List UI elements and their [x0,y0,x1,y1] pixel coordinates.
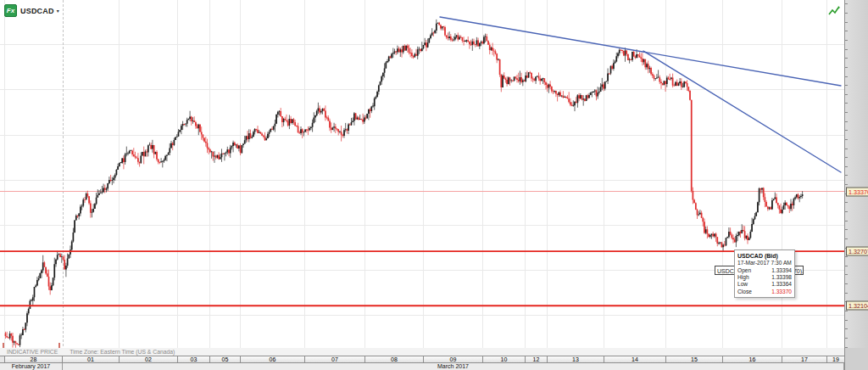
price-axis-tick [845,130,848,131]
tooltip-high-row: High1.33398 [737,274,792,281]
date-cell: 01 [62,356,119,362]
month-row: February 2017March 2017 [0,363,844,370]
fx-icon: Fx [4,4,17,17]
date-cell: 06 [240,356,304,362]
price-axis-tick [845,85,848,86]
price-axis-tick [845,238,848,239]
gridlines [0,0,844,348]
price-axis-tick [845,13,848,14]
price-axis-tick [845,76,848,77]
ohlc-tooltip: USDCAD (Bid) 17-Mar-2017 7:30 AM Open1.3… [734,249,795,298]
date-cell: 10 [482,356,525,362]
price-axis-tick [845,293,848,294]
tooltip-close-row: Close1.33370 [737,289,792,295]
tooltip-datetime: 17-Mar-2017 7:30 AM [737,260,792,266]
price-axis-tick [845,58,848,59]
price-axis-tick [845,22,848,23]
price-axis-tick [845,94,848,95]
date-cell: 08 [364,356,423,362]
tooltip-title: USDCAD (Bid) [737,252,792,260]
price-tag: 1.32707 [846,247,868,256]
symbol-selector[interactable]: Fx USDCAD ▾ [4,4,59,17]
date-cell: 16 [722,356,782,362]
trendline[interactable] [440,17,841,86]
date-cell: 07 [304,356,364,362]
price-axis-tick [845,266,848,266]
price-axis-tick [845,49,848,50]
price-axis-tick [845,175,848,176]
date-cell: 15 [665,356,722,362]
date-cell: 28 [4,356,62,362]
price-axis-tick [845,202,848,203]
date-cells-row: 2801020305060708091012131415161719 [0,356,844,363]
date-cell: 14 [604,356,665,362]
price-axis-tick [845,112,848,113]
date-cell: 13 [547,356,604,362]
date-cell: 17 [782,356,826,362]
price-tag: 1.33370 [846,187,868,196]
date-cell: 03 [177,356,209,362]
date-cell: 02 [119,356,177,362]
price-axis-tick [845,328,848,329]
price-axis-tick [845,274,848,275]
price-axis-tick [845,184,848,185]
date-cell: 12 [525,356,547,362]
date-cell: 19 [826,356,844,362]
price-axis-tick [845,149,848,149]
indicative-price-note: INDICATIVE PRICETime Zone: Eastern Time … [0,348,844,356]
time-axis[interactable]: INDICATIVE PRICETime Zone: Eastern Time … [0,348,844,370]
price-axis-tick [845,256,848,257]
price-axis-tick [845,67,848,68]
price-axis[interactable]: 1.333701.327071.32104 [844,0,868,348]
price-axis-tick [845,103,848,104]
price-axis-tick [845,157,848,158]
date-cell: 05 [209,356,240,362]
trend-arrow-icon[interactable] [827,5,841,17]
price-axis-tick [845,139,848,140]
price-axis-tick [845,3,848,4]
chevron-down-icon: ▾ [57,8,59,14]
price-axis-tick [845,31,848,31]
price-axis-tick [845,40,848,41]
price-axis-tick [845,320,848,321]
date-cell: 09 [423,356,482,362]
tooltip-open-row: Open1.33394 [737,267,792,274]
month-label: February 2017 [0,363,63,370]
symbol-label: USDCAD [20,7,54,15]
price-chart-canvas[interactable] [0,0,844,348]
axis-corner [844,348,868,370]
tooltip-low-row: Low1.33364 [737,281,792,288]
price-axis-tick [845,338,848,339]
price-axis-tick [845,311,848,311]
month-label: March 2017 [63,363,844,370]
price-axis-tick [845,166,848,167]
price-chart[interactable]: Fx USDCAD ▾ USDCAD support zone (1.3270)… [0,0,844,348]
price-axis-tick [845,211,848,212]
price-axis-tick [845,283,848,284]
price-axis-tick [845,221,848,221]
chart-window: Fx USDCAD ▾ USDCAD support zone (1.3270)… [0,0,868,370]
price-tag: 1.32104 [846,301,868,311]
candles [6,20,803,348]
price-axis-tick [845,229,848,230]
price-axis-tick [845,121,848,122]
